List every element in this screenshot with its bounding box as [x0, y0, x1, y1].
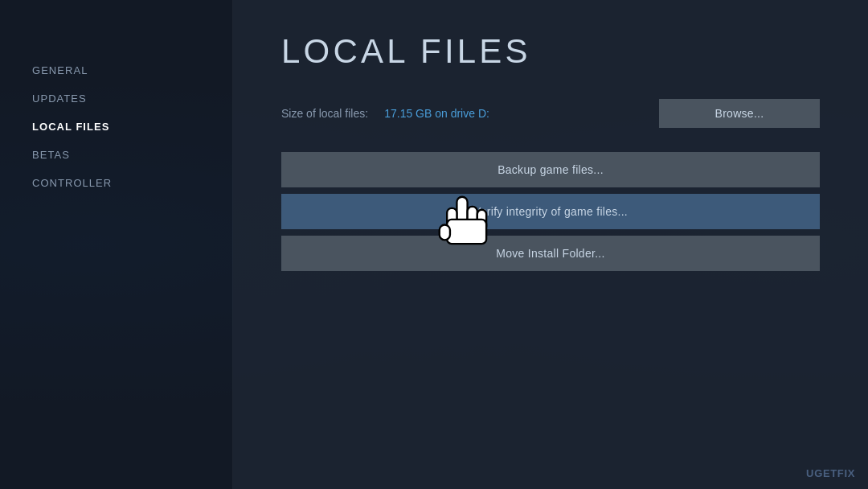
sidebar-item-local-files[interactable]: LOCAL FILES	[0, 113, 232, 141]
size-info-row: Size of local files: 17.15 GB on drive D…	[281, 99, 820, 128]
size-label: Size of local files:	[281, 107, 368, 120]
watermark: UGETFIX	[806, 467, 855, 479]
main-content: LOCAL FILES Size of local files: 17.15 G…	[233, 0, 868, 489]
sidebar-item-betas[interactable]: BETAS	[0, 141, 232, 169]
size-value: 17.15 GB on drive D:	[384, 107, 489, 120]
browse-button[interactable]: Browse...	[659, 99, 820, 128]
sidebar-item-general[interactable]: GENERAL	[0, 56, 232, 84]
backup-button[interactable]: Backup game files...	[281, 152, 820, 187]
page-title: LOCAL FILES	[281, 32, 820, 71]
sidebar-item-controller[interactable]: CONTROLLER	[0, 169, 232, 197]
sidebar: GENERAL UPDATES LOCAL FILES BETAS CONTRO…	[0, 0, 233, 489]
sidebar-item-updates[interactable]: UPDATES	[0, 84, 232, 113]
verify-button[interactable]: Verify integrity of game files...	[281, 194, 820, 229]
action-buttons: Backup game files... Verify integrity of…	[281, 152, 820, 271]
install-folder-button[interactable]: Move Install Folder...	[281, 236, 820, 271]
